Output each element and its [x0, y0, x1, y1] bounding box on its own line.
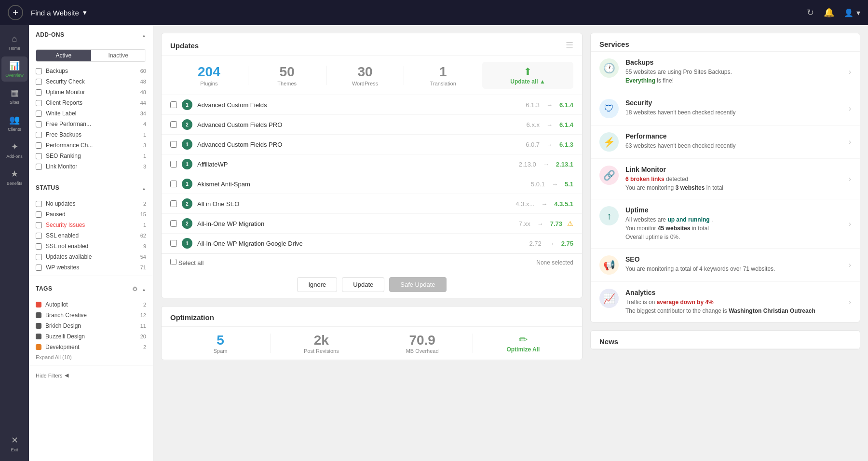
- addon-checkbox[interactable]: [36, 132, 42, 138]
- sidebar-status-item[interactable]: WP websites 71: [29, 262, 153, 273]
- spam-stat[interactable]: 5 Spam: [170, 333, 271, 354]
- addon-checkbox[interactable]: [36, 142, 42, 149]
- plugin-checkbox[interactable]: [170, 161, 177, 168]
- addon-checkbox[interactable]: [36, 164, 42, 170]
- sidebar-tag-item[interactable]: Buzzelli Design 20: [29, 331, 153, 342]
- sidebar-item-benefits[interactable]: ★ Benefits: [1, 165, 27, 190]
- addon-checkbox[interactable]: [36, 100, 42, 106]
- service-row-security[interactable]: 🛡 Security 18 websites haven't been chec…: [591, 92, 860, 126]
- status-collapse-icon[interactable]: [142, 184, 146, 192]
- updates-menu-icon[interactable]: ☰: [566, 40, 573, 51]
- table-row[interactable]: 2 All-in-One WP Migration 7.xx → 7.73 ⚠: [162, 214, 582, 234]
- addon-checkbox[interactable]: [36, 89, 42, 96]
- expand-all-button[interactable]: Expand All (10): [29, 352, 153, 362]
- plugin-checkbox[interactable]: [170, 240, 177, 247]
- sidebar-addon-item[interactable]: White Label 34: [29, 108, 153, 119]
- wordpress-stat[interactable]: 30 WordPress: [326, 64, 404, 86]
- table-row[interactable]: 1 Akismet Anti-Spam 5.0.1 → 5.1: [162, 174, 582, 194]
- addon-checkbox[interactable]: [36, 111, 42, 117]
- service-row-uptime[interactable]: ↑ Uptime All websites are up and running…: [591, 199, 860, 249]
- sidebar-status-item[interactable]: No updates 2: [29, 198, 153, 209]
- sidebar-addon-item[interactable]: Performance Ch... 3: [29, 140, 153, 151]
- post-revisions-stat[interactable]: 2k Post Revisions: [271, 333, 371, 354]
- plugin-checkbox[interactable]: [170, 101, 177, 108]
- tab-inactive[interactable]: Inactive: [91, 50, 146, 61]
- service-row-performance[interactable]: ⚡ Performance 63 websites haven't been c…: [591, 126, 860, 159]
- safe-update-button[interactable]: Safe Update: [389, 277, 446, 292]
- status-checkbox[interactable]: [36, 243, 42, 250]
- sidebar-addon-item[interactable]: SEO Ranking 1: [29, 151, 153, 161]
- notifications-icon[interactable]: 🔔: [824, 7, 834, 18]
- service-info-security: Security 18 websites haven't been checke…: [625, 99, 842, 117]
- sidebar-status-item[interactable]: Updates available 54: [29, 251, 153, 262]
- translation-stat[interactable]: 1 Translation: [404, 64, 482, 86]
- addon-checkbox[interactable]: [36, 153, 42, 159]
- select-all-checkbox[interactable]: [170, 259, 176, 265]
- sidebar-item-clients[interactable]: 👥 Clients: [1, 111, 27, 136]
- refresh-icon[interactable]: ↻: [807, 7, 814, 18]
- status-checkbox[interactable]: [36, 211, 42, 218]
- sidebar-addon-item[interactable]: Client Reports 44: [29, 98, 153, 108]
- addon-checkbox[interactable]: [36, 121, 42, 127]
- table-row[interactable]: 1 All-in-One WP Migration Google Drive 2…: [162, 234, 582, 253]
- update-all-button[interactable]: ⬆ Update all ▲: [482, 62, 573, 89]
- sidebar-status-item[interactable]: Security Issues 1: [29, 220, 153, 230]
- optimize-all-button[interactable]: ✏ Optimize All: [473, 334, 573, 353]
- ignore-button[interactable]: Ignore: [297, 277, 337, 292]
- nav-exit-label: Exit: [11, 447, 18, 452]
- status-checkbox[interactable]: [36, 265, 42, 271]
- plugin-checkbox[interactable]: [170, 181, 177, 187]
- plugin-checkbox[interactable]: [170, 220, 177, 227]
- status-checkbox[interactable]: [36, 254, 42, 260]
- tags-collapse-icon[interactable]: [142, 285, 146, 293]
- themes-stat[interactable]: 50 Themes: [248, 64, 326, 86]
- sidebar-tag-item[interactable]: Autopilot 2: [29, 299, 153, 310]
- tags-settings-icon[interactable]: ⚙: [132, 285, 138, 293]
- service-row-seo[interactable]: 📢 SEO You are monitoring a total of 4 ke…: [591, 249, 860, 282]
- sidebar-status-item[interactable]: Paused 15: [29, 209, 153, 220]
- sidebar-item-overview[interactable]: 📊 Overview: [1, 56, 27, 82]
- sidebar-addon-item[interactable]: Security Check 48: [29, 76, 153, 87]
- find-website-dropdown[interactable]: Find a Website ▾: [31, 8, 87, 17]
- update-button[interactable]: Update: [342, 277, 384, 292]
- sidebar-item-sites[interactable]: ▦ Sites: [1, 84, 27, 109]
- status-checkbox[interactable]: [36, 233, 42, 239]
- user-menu[interactable]: 👤 ▾: [844, 8, 860, 17]
- sidebar-addon-item[interactable]: Free Backups 1: [29, 129, 153, 140]
- sidebar-addon-item[interactable]: Free Performan... 4: [29, 119, 153, 129]
- sidebar-addon-item[interactable]: Backups 60: [29, 66, 153, 76]
- table-row[interactable]: 1 Advanced Custom Fields PRO 6.0.7 → 6.1…: [162, 135, 582, 154]
- plugin-badge: 1: [182, 238, 192, 249]
- sidebar-item-home[interactable]: ⌂ Home: [1, 30, 27, 55]
- overhead-stat[interactable]: 70.9 MB Overhead: [372, 333, 473, 354]
- service-row-backups[interactable]: 🕐 Backups 55 websites are using Pro Site…: [591, 52, 860, 92]
- sidebar-addon-item[interactable]: Link Monitor 3: [29, 161, 153, 172]
- plugins-stat[interactable]: 204 Plugins: [170, 64, 248, 86]
- sidebar-status-item[interactable]: SSL enabled 62: [29, 230, 153, 241]
- service-row-analytics[interactable]: 📈 Analytics Traffic is on average down b…: [591, 282, 860, 322]
- table-row[interactable]: 1 Advanced Custom Fields 6.1.3 → 6.1.4: [162, 95, 582, 115]
- sidebar-addon-item[interactable]: Uptime Monitor 48: [29, 87, 153, 98]
- status-checkbox[interactable]: [36, 201, 42, 207]
- plugin-checkbox[interactable]: [170, 121, 177, 128]
- plugin-checkbox[interactable]: [170, 200, 177, 207]
- addon-checkbox[interactable]: [36, 68, 42, 74]
- sidebar-tag-item[interactable]: Brkich Design 11: [29, 321, 153, 331]
- table-row[interactable]: 2 Advanced Custom Fields PRO 6.x.x → 6.1…: [162, 115, 582, 135]
- sidebar-tag-item[interactable]: Development 2: [29, 342, 153, 352]
- addon-checkbox[interactable]: [36, 79, 42, 85]
- service-row-link-monitor[interactable]: 🔗 Link Monitor 6 broken links detectedYo…: [591, 159, 860, 199]
- sidebar-status-item[interactable]: SSL not enabled 9: [29, 241, 153, 251]
- table-row[interactable]: 2 All in One SEO 4.3.x... → 4.3.5.1: [162, 194, 582, 214]
- sidebar-item-exit[interactable]: ✕ Exit: [1, 431, 27, 456]
- addons-collapse-icon[interactable]: [142, 31, 146, 39]
- sidebar-item-addons[interactable]: ✦ Add-ons: [1, 138, 27, 163]
- add-website-button[interactable]: +: [8, 5, 23, 20]
- table-row[interactable]: 1 AffiliateWP 2.13.0 → 2.13.1: [162, 154, 582, 174]
- sidebar-tag-item[interactable]: Branch Creative 12: [29, 310, 153, 321]
- status-checkbox[interactable]: [36, 222, 42, 228]
- select-all-checkbox-label[interactable]: Select all: [170, 259, 203, 266]
- plugin-checkbox[interactable]: [170, 141, 177, 148]
- tab-active[interactable]: Active: [36, 50, 91, 61]
- hide-filters-button[interactable]: Hide Filters ◀: [29, 368, 153, 382]
